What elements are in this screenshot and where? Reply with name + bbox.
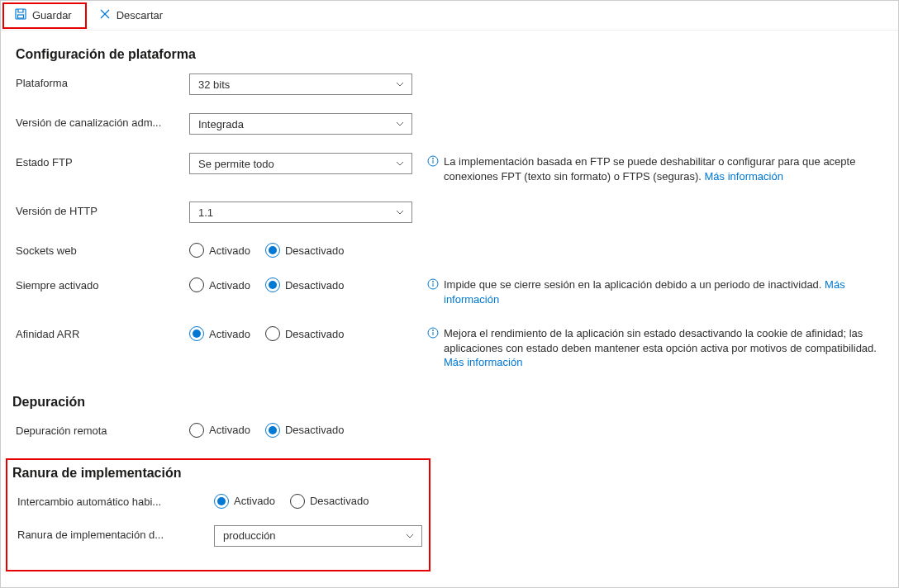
radio-icon xyxy=(265,243,280,258)
radio-websockets: Activado Desactivado xyxy=(189,241,412,258)
svg-rect-1 xyxy=(18,15,24,18)
select-http-value: 1.1 xyxy=(198,206,213,219)
select-slot-target-value: producción xyxy=(223,529,276,542)
label-ftp: Estado FTP xyxy=(16,153,189,168)
chevron-down-icon xyxy=(405,531,415,541)
select-slot-target[interactable]: producción xyxy=(214,525,422,547)
discard-label: Descartar xyxy=(117,9,163,21)
slot-section: Ranura de implementación Intercambio aut… xyxy=(16,466,883,547)
radio-websockets-on[interactable]: Activado xyxy=(189,243,250,258)
radio-arr-off[interactable]: Desactivado xyxy=(265,326,345,341)
select-ftp[interactable]: Se permite todo xyxy=(189,153,412,174)
svg-point-6 xyxy=(433,159,434,159)
section-debug-title: Depuración xyxy=(12,395,883,410)
radio-icon xyxy=(265,326,280,341)
info-icon xyxy=(427,327,439,343)
select-pipeline-value: Integrada xyxy=(198,118,244,130)
label-autoswap: Intercambio automático habi... xyxy=(16,492,214,508)
label-platform: Plataforma xyxy=(16,74,189,89)
section-slot-title: Ranura de implementación xyxy=(12,466,883,481)
label-arr: Afinidad ARR xyxy=(16,325,189,340)
label-http: Versión de HTTP xyxy=(16,202,189,217)
radio-icon xyxy=(214,494,229,509)
radio-autoswap-on[interactable]: Activado xyxy=(214,494,275,509)
select-pipeline[interactable]: Integrada xyxy=(189,113,412,135)
radio-autoswap: Activado Desactivado xyxy=(214,492,369,509)
select-platform-value: 32 bits xyxy=(198,78,230,91)
chevron-down-icon xyxy=(395,119,405,129)
info-icon xyxy=(427,278,439,294)
radio-icon xyxy=(189,423,204,438)
toolbar: Guardar Descartar xyxy=(1,1,898,31)
save-label: Guardar xyxy=(32,9,72,21)
radio-remote-debug-on[interactable]: Activado xyxy=(189,423,250,438)
chevron-down-icon xyxy=(395,159,405,168)
radio-icon xyxy=(189,326,204,341)
save-button[interactable]: Guardar xyxy=(1,1,85,30)
hint-ftp: La implementación basada en FTP se puede… xyxy=(444,154,883,183)
hint-always-on: Impide que se cierre sesión en la aplica… xyxy=(444,277,883,306)
hint-arr: Mejora el rendimiento de la aplicación s… xyxy=(444,326,883,370)
chevron-down-icon xyxy=(395,79,405,89)
radio-arr: Activado Desactivado xyxy=(189,325,412,341)
discard-button[interactable]: Descartar xyxy=(85,1,176,30)
radio-arr-on[interactable]: Activado xyxy=(189,326,250,341)
label-websockets: Sockets web xyxy=(16,241,189,257)
close-icon xyxy=(98,7,112,23)
svg-point-9 xyxy=(433,282,434,282)
radio-icon xyxy=(189,243,204,258)
svg-point-12 xyxy=(433,330,434,331)
label-remote-debug: Depuración remota xyxy=(16,421,189,437)
radio-icon xyxy=(265,423,280,438)
radio-always-on: Activado Desactivado xyxy=(189,276,412,292)
svg-rect-0 xyxy=(16,9,26,19)
radio-always-on-on[interactable]: Activado xyxy=(189,277,250,292)
radio-websockets-off[interactable]: Desactivado xyxy=(265,243,345,258)
radio-always-on-off[interactable]: Desactivado xyxy=(265,277,345,292)
radio-icon xyxy=(189,277,204,292)
radio-remote-debug: Activado Desactivado xyxy=(189,421,412,438)
save-icon xyxy=(14,7,27,23)
label-pipeline: Versión de canalización adm... xyxy=(16,113,189,129)
label-always-on: Siempre activado xyxy=(16,276,189,292)
info-icon xyxy=(427,155,439,171)
label-slot-target: Ranura de implementación d... xyxy=(16,525,214,541)
radio-remote-debug-off[interactable]: Desactivado xyxy=(265,423,345,438)
select-platform[interactable]: 32 bits xyxy=(189,74,412,95)
radio-icon xyxy=(290,494,305,509)
link-arr-more[interactable]: Más información xyxy=(444,356,522,368)
radio-icon xyxy=(265,277,280,292)
radio-autoswap-off[interactable]: Desactivado xyxy=(290,494,369,509)
select-ftp-value: Se permite todo xyxy=(198,158,274,170)
section-platform-title: Configuración de plataforma xyxy=(16,47,883,62)
select-http[interactable]: 1.1 xyxy=(189,202,412,223)
link-ftp-more[interactable]: Más información xyxy=(705,170,783,183)
chevron-down-icon xyxy=(395,207,405,217)
